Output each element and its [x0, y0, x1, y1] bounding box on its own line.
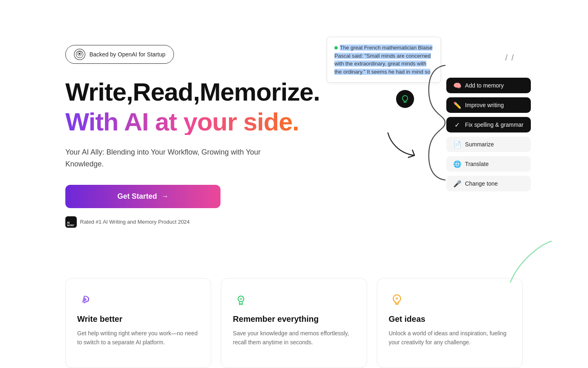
improve-writing-button[interactable]: ✏️ Improve writing [446, 97, 531, 113]
svg-point-5 [240, 298, 242, 300]
ai-secret-logo-icon: AI SECRET [65, 216, 77, 228]
remember-title: Remember everything [233, 314, 355, 324]
text-cursor [334, 46, 338, 49]
arrow-decoration [386, 131, 419, 159]
svg-point-7 [396, 297, 398, 300]
translate-label: Translate [465, 161, 489, 167]
scatter-decoration: / / [505, 53, 514, 63]
hero-left-content: Backed by OpenAI for Startup Write,Read,… [65, 33, 310, 228]
ai-secret-text: Rated #1 AI Writing and Memory Product 2… [80, 219, 190, 225]
feature-card-write-better: Write better Get help writing right wher… [65, 278, 211, 368]
bulb-icon-balloon [396, 90, 414, 108]
svg-text:AI: AI [67, 221, 70, 224]
feature-cards-section: Write better Get help writing right wher… [0, 270, 588, 368]
hero-title-line1: Write,Read,Memorize. [65, 79, 310, 105]
ideas-icon [389, 292, 405, 308]
hero-description: Your AI Ally: Blending into Your Workflo… [65, 146, 261, 170]
writing-icon: ✏️ [454, 101, 461, 109]
check-icon: ✓ [454, 121, 461, 128]
fix-spelling-label: Fix spelling & grammar [465, 121, 523, 128]
summarize-label: Summarize [465, 141, 494, 148]
summarize-icon: 📄 [454, 141, 461, 148]
tone-icon: 🎤 [454, 180, 461, 187]
hero-section: Backed by OpenAI for Startup Write,Read,… [0, 0, 588, 270]
ai-secret-badge: AI SECRET Rated #1 AI Writing and Memory… [65, 216, 310, 228]
bottom-curve-decoration [506, 237, 555, 286]
change-tone-button[interactable]: 🎤 Change tone [446, 176, 531, 191]
svg-text:SECRET: SECRET [67, 224, 74, 227]
change-tone-label: Change tone [465, 180, 498, 187]
ideas-desc: Unlock a world of ideas and inspiration,… [389, 329, 511, 347]
feature-card-ideas: Get ideas Unlock a world of ideas and in… [377, 278, 523, 368]
get-started-button[interactable]: Get Started → [65, 185, 220, 208]
fix-spelling-button[interactable]: ✓ Fix spelling & grammar [446, 117, 531, 132]
write-better-icon [77, 292, 94, 308]
badge-text: Backed by OpenAI for Startup [89, 51, 165, 58]
add-to-memory-button[interactable]: 🧠 Add to memory [446, 78, 531, 93]
cta-label: Get Started [117, 192, 157, 201]
summarize-button[interactable]: 📄 Summarize [446, 137, 531, 152]
openai-badge: Backed by OpenAI for Startup [65, 45, 174, 64]
improve-writing-label: Improve writing [465, 102, 504, 108]
add-to-memory-label: Add to memory [465, 82, 504, 89]
svg-point-1 [79, 53, 80, 55]
action-buttons-panel: 🧠 Add to memory ✏️ Improve writing ✓ Fix… [446, 78, 531, 191]
translate-icon: 🌐 [454, 160, 461, 168]
write-better-desc: Get help writing right where you work—no… [77, 329, 199, 347]
openai-logo-icon [74, 49, 85, 60]
write-better-title: Write better [77, 314, 199, 324]
feature-card-remember: Remember everything Save your knowledge … [221, 278, 367, 368]
remember-icon [233, 292, 249, 308]
hero-right-mockup: / / The great French mathematician Blais… [327, 37, 523, 241]
translate-button[interactable]: 🌐 Translate [446, 156, 531, 172]
memory-icon: 🧠 [454, 82, 461, 89]
hero-title-line2: With AI at your side. [65, 108, 310, 135]
ideas-title: Get ideas [389, 314, 511, 324]
remember-desc: Save your knowledge and memos effortless… [233, 329, 355, 347]
cta-arrow: → [161, 192, 169, 201]
